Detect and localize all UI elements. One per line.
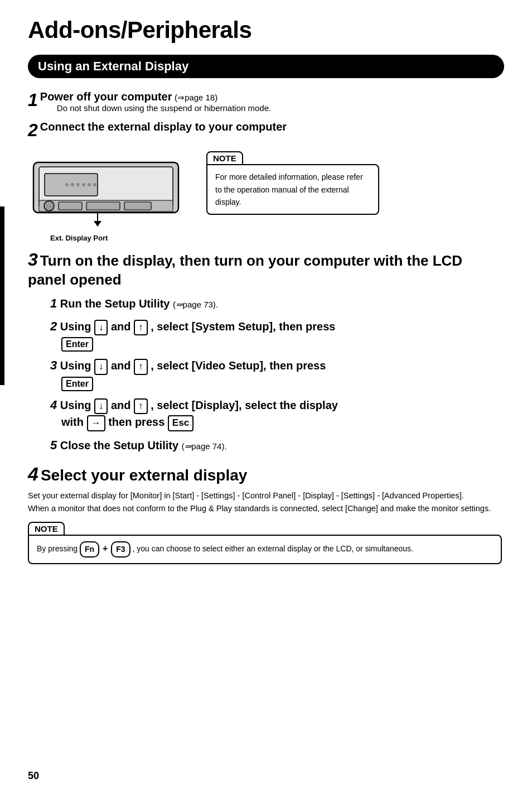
- step2-note-content: For more detailed information, please re…: [206, 164, 379, 215]
- step2-area: Ext. Display Port NOTE For more detailed…: [28, 146, 504, 242]
- step2-note-title: NOTE: [206, 151, 243, 165]
- substep3-num: 3: [50, 358, 57, 372]
- fn-key: Fn: [80, 541, 99, 557]
- step2-label: Connect the external display to your com…: [40, 121, 287, 133]
- svg-point-10: [44, 201, 54, 211]
- step4-note-post: , you can choose to select either an ext…: [133, 544, 414, 553]
- substep2-text: , select [System Setup], then press: [151, 320, 335, 333]
- step-3-block: 3Turn on the display, then turn on your …: [28, 250, 504, 454]
- substep5-text: Close the Setup Utility: [60, 439, 182, 451]
- step4-title: 4Select your external display: [28, 464, 504, 484]
- step-2-row: 2 Connect the external display to your c…: [28, 121, 504, 140]
- substep2-key-up: ↑: [134, 320, 148, 335]
- svg-point-6: [82, 183, 85, 186]
- step-4-block: 4Select your external display Set your e…: [28, 464, 504, 564]
- substep4-esc: Esc: [168, 415, 194, 431]
- substep4-key-down: ↓: [94, 398, 108, 414]
- step3-title: 3Turn on the display, then turn on your …: [28, 250, 504, 290]
- substep3-using: Using: [60, 359, 91, 372]
- step1-pageref: (⇒page 18): [175, 93, 217, 102]
- step1-content: Power off your computer (⇒page 18) Do no…: [40, 90, 504, 117]
- substep4-key-right: →: [87, 415, 105, 431]
- svg-point-4: [71, 183, 74, 186]
- page-title: Add-ons/Peripherals: [28, 17, 504, 44]
- substep4-using: Using: [60, 399, 91, 411]
- step4-note-content: By pressing Fn + F3 , you can choose to …: [28, 535, 502, 564]
- step1-sub: Do not shut down using the suspend or hi…: [57, 103, 504, 113]
- substep1-pageref: (⇒page 73).: [173, 300, 218, 309]
- substep5-num: 5: [50, 438, 57, 452]
- svg-point-8: [93, 183, 96, 186]
- substep2-using: Using: [60, 320, 91, 333]
- substep3-enter: Enter: [61, 377, 93, 392]
- substep1-text: Run the Setup Utility: [60, 297, 173, 310]
- substep-3: 3 Using ↓ and ↑ , select [Video Setup], …: [50, 357, 504, 391]
- f3-key: F3: [111, 541, 130, 557]
- step-1: 1 Power off your computer (⇒page 18) Do …: [28, 90, 504, 117]
- substep3-text: , select [Video Setup], then press: [151, 359, 326, 372]
- sub-steps: 1 Run the Setup Utility (⇒page 73). 2 Us…: [50, 295, 504, 454]
- substep2-num: 2: [50, 319, 57, 333]
- svg-rect-13: [124, 202, 151, 210]
- svg-marker-15: [94, 221, 101, 227]
- substep4-and: and: [111, 399, 131, 411]
- step4-body1: Set your external display for [Monitor] …: [28, 489, 504, 515]
- step4-note-plus: +: [103, 544, 108, 553]
- svg-point-3: [65, 183, 69, 186]
- svg-rect-11: [59, 202, 82, 210]
- computer-illustration: Ext. Display Port: [28, 146, 190, 242]
- substep3-key-up: ↑: [134, 359, 148, 374]
- step2-number: 2: [28, 121, 38, 140]
- substep4-key-up: ↑: [134, 398, 148, 414]
- step4-note-title: NOTE: [28, 522, 65, 536]
- substep4-then-press: then press: [108, 416, 165, 428]
- step3-label: Turn on the display, then turn on your c…: [28, 252, 462, 288]
- substep-2: 2 Using ↓ and ↑ , select [System Setup],…: [50, 318, 504, 352]
- step4-label: Select your external display: [41, 467, 247, 484]
- substep3-key-down: ↓: [94, 359, 108, 374]
- substep2-and: and: [111, 320, 131, 333]
- section-header: Using an External Display: [28, 55, 504, 78]
- substep-5: 5 Close the Setup Utility (⇒page 74).: [50, 437, 504, 454]
- svg-point-5: [76, 183, 80, 186]
- step4-number: 4: [28, 463, 38, 484]
- substep3-and: and: [111, 359, 131, 372]
- substep1-num: 1: [50, 296, 57, 310]
- step4-note-pre: By pressing: [37, 544, 78, 553]
- substep4-with: with: [61, 416, 84, 428]
- substep-4: 4 Using ↓ and ↑ , select [Display], sele…: [50, 397, 504, 431]
- step4-body1-text: Set your external display for [Monitor] …: [28, 491, 464, 500]
- step1-label: Power off your computer: [40, 90, 172, 103]
- substep4-text: , select [Display], select the display: [151, 399, 338, 411]
- ext-display-label: Ext. Display Port: [50, 234, 190, 242]
- substep-1: 1 Run the Setup Utility (⇒page 73).: [50, 295, 504, 313]
- substep4-num: 4: [50, 398, 57, 412]
- substep5-pageref: (⇒page 74).: [182, 441, 227, 451]
- left-bar: [0, 206, 4, 385]
- step1-number: 1: [28, 90, 38, 110]
- svg-point-7: [88, 183, 91, 186]
- substep2-key-down: ↓: [94, 320, 108, 335]
- substep2-enter: Enter: [61, 337, 93, 352]
- step4-body2-text: When a monitor that does not conform to …: [28, 504, 491, 513]
- step3-number: 3: [28, 249, 38, 270]
- step4-note: NOTE By pressing Fn + F3 , you can choos…: [28, 522, 504, 564]
- step2-note: NOTE For more detailed information, plea…: [206, 151, 379, 215]
- page-number: 50: [28, 770, 39, 782]
- svg-rect-12: [86, 202, 120, 210]
- step2-content: Connect the external display to your com…: [40, 121, 504, 133]
